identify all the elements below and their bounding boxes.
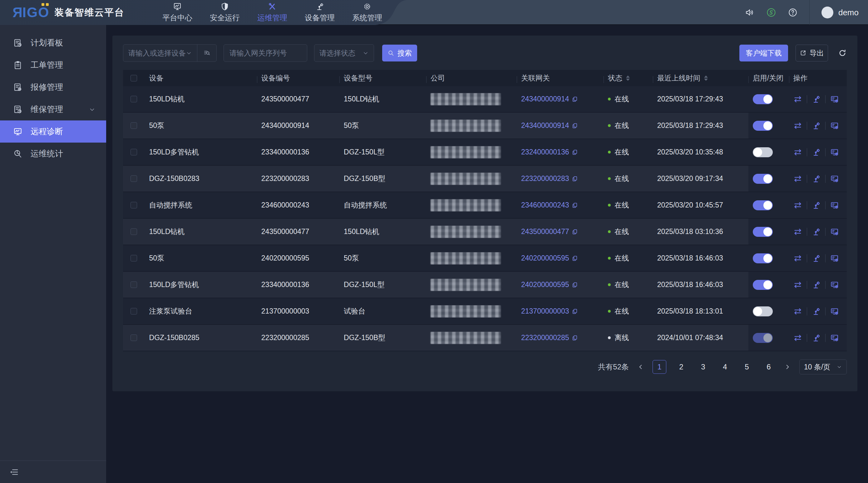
sidebar-item-repair[interactable]: 报修管理	[0, 76, 106, 98]
tab-device-management[interactable]: 设备管理	[305, 0, 335, 25]
tab-system-management[interactable]: 系统管理	[352, 0, 382, 25]
page-number-2[interactable]: 2	[674, 360, 688, 374]
gateway-link[interactable]: 243400000914	[521, 95, 569, 103]
page-number-3[interactable]: 3	[696, 360, 710, 374]
row-checkbox[interactable]	[130, 255, 137, 261]
export-button[interactable]: 导出	[796, 44, 828, 61]
collapse-menu-icon[interactable]	[9, 468, 19, 477]
copy-icon[interactable]	[572, 335, 578, 341]
tab-ops-management[interactable]: 运维管理	[257, 0, 287, 25]
enable-toggle[interactable]	[753, 253, 773, 263]
enable-toggle[interactable]	[753, 227, 773, 237]
transfer-icon[interactable]	[794, 148, 802, 157]
page-number-5[interactable]: 5	[740, 360, 754, 374]
transfer-icon[interactable]	[794, 121, 802, 130]
speaker-icon[interactable]	[745, 8, 754, 17]
row-checkbox[interactable]	[130, 96, 137, 102]
transfer-icon[interactable]	[794, 174, 802, 183]
remote-config-icon[interactable]	[830, 227, 839, 236]
row-checkbox[interactable]	[130, 228, 137, 235]
page-size-select[interactable]: 10 条/页	[799, 359, 847, 375]
transfer-icon[interactable]	[794, 281, 802, 289]
gateway-serial-input[interactable]	[223, 44, 307, 62]
robot-arm-icon[interactable]	[812, 201, 820, 210]
row-checkbox[interactable]	[130, 334, 137, 341]
remote-config-icon[interactable]	[830, 307, 839, 316]
remote-config-icon[interactable]	[830, 148, 839, 157]
sidebar-item-plan-board[interactable]: 计划看板	[0, 32, 106, 54]
robot-arm-icon[interactable]	[812, 254, 820, 263]
user-menu[interactable]: demo	[822, 6, 859, 19]
enable-toggle[interactable]	[753, 121, 773, 131]
remote-config-icon[interactable]	[830, 201, 839, 210]
enable-toggle[interactable]	[753, 333, 773, 343]
sidebar-item-ops-stats[interactable]: 运维统计	[0, 142, 106, 165]
gateway-link[interactable]: 213700000003	[521, 307, 569, 316]
remote-config-icon[interactable]	[830, 174, 839, 183]
transfer-icon[interactable]	[794, 227, 802, 236]
copy-icon[interactable]	[572, 96, 578, 102]
row-checkbox[interactable]	[130, 149, 137, 155]
device-select[interactable]: 请输入或选择设备	[123, 49, 197, 58]
gateway-link[interactable]: 243500000477	[521, 227, 569, 236]
copy-icon[interactable]	[572, 255, 578, 261]
robot-arm-icon[interactable]	[812, 281, 820, 289]
copy-icon[interactable]	[572, 202, 578, 208]
transfer-icon[interactable]	[794, 201, 802, 210]
remote-config-icon[interactable]	[830, 121, 839, 130]
remote-config-icon[interactable]	[830, 254, 839, 263]
enable-toggle[interactable]	[753, 307, 773, 316]
help-icon[interactable]	[788, 8, 798, 17]
next-page-button[interactable]	[783, 364, 792, 370]
row-checkbox[interactable]	[130, 202, 137, 208]
status-sort-buttons[interactable]	[626, 75, 630, 81]
row-checkbox[interactable]	[130, 282, 137, 288]
copy-icon[interactable]	[572, 149, 578, 155]
sidebar-item-maintenance[interactable]: 维保管理	[0, 98, 106, 121]
row-checkbox[interactable]	[130, 175, 137, 182]
copy-icon[interactable]	[572, 176, 578, 182]
transfer-icon[interactable]	[794, 254, 802, 263]
copy-icon[interactable]	[572, 282, 578, 288]
transfer-icon[interactable]	[794, 333, 802, 342]
gateway-link[interactable]: 232400000136	[521, 148, 569, 156]
row-checkbox[interactable]	[130, 122, 137, 129]
row-checkbox[interactable]	[130, 308, 137, 315]
enable-toggle[interactable]	[753, 94, 773, 104]
remote-config-icon[interactable]	[830, 281, 839, 289]
gateway-link[interactable]: 223200000285	[521, 333, 569, 342]
copy-icon[interactable]	[572, 123, 578, 129]
remote-config-icon[interactable]	[830, 95, 839, 104]
connection-status-icon[interactable]	[766, 7, 776, 18]
page-number-1[interactable]: 1	[653, 360, 666, 374]
remote-config-icon[interactable]	[830, 333, 839, 342]
gateway-link[interactable]: 243400000914	[521, 121, 569, 130]
select-all-checkbox[interactable]	[130, 75, 137, 82]
copy-icon[interactable]	[572, 229, 578, 235]
robot-arm-icon[interactable]	[812, 95, 820, 104]
enable-toggle[interactable]	[753, 200, 773, 210]
enable-toggle[interactable]	[753, 174, 773, 184]
robot-arm-icon[interactable]	[812, 121, 820, 130]
time-sort-buttons[interactable]	[704, 75, 708, 81]
search-button[interactable]: 搜索	[382, 44, 417, 61]
enable-toggle[interactable]	[753, 147, 773, 157]
refresh-button[interactable]	[838, 49, 847, 57]
gateway-link[interactable]: 223200000283	[521, 174, 569, 183]
enable-toggle[interactable]	[753, 280, 773, 290]
client-download-button[interactable]: 客户端下载	[739, 44, 788, 61]
robot-arm-icon[interactable]	[812, 174, 820, 183]
gateway-link[interactable]: 240200000595	[521, 281, 569, 289]
transfer-icon[interactable]	[794, 307, 802, 316]
page-number-6[interactable]: 6	[762, 360, 776, 374]
prev-page-button[interactable]	[636, 364, 645, 370]
copy-icon[interactable]	[572, 308, 578, 315]
transfer-icon[interactable]	[794, 95, 802, 104]
page-number-4[interactable]: 4	[718, 360, 732, 374]
robot-arm-icon[interactable]	[812, 227, 820, 236]
sidebar-item-remote-diagnosis[interactable]: 远程诊断	[0, 121, 106, 142]
status-select[interactable]: 请选择状态	[314, 44, 374, 62]
device-list-search-button[interactable]	[197, 44, 216, 61]
robot-arm-icon[interactable]	[812, 333, 820, 342]
tab-safe-operation[interactable]: 安全运行	[210, 0, 240, 25]
